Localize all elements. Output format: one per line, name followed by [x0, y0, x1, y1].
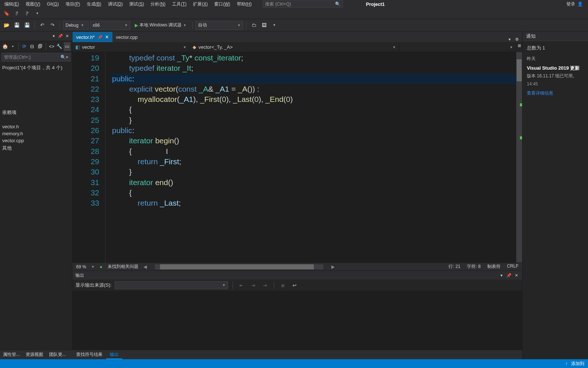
- auto-dropdown[interactable]: 自动▼: [196, 21, 243, 30]
- pin-icon[interactable]: 📌: [98, 35, 102, 39]
- solution-toolbar: 🏠 ▾ ⟳ ⊟ 🗐 <> 🔧 ▭: [0, 41, 72, 52]
- redo-icon[interactable]: ↷: [48, 21, 57, 30]
- tab-bar: vector.h* 📌 ✕ vector.cpp ▾ ⚙: [72, 32, 522, 43]
- menu-h[interactable]: 帮助(H): [234, 0, 255, 8]
- editor-status-bar: 69 % ▼ ● 未找到相关问题 ◀ ▶ 行: 21 字符: 8 制表符 CRL…: [72, 262, 522, 271]
- menu-x[interactable]: 扩展(X): [190, 0, 211, 8]
- start-debug-button[interactable]: ▶ 本地 Windows 调试器 ▼: [132, 21, 189, 30]
- main-toolbar: 📂 💾 💾 ↶ ↷ Debug▼ x86▼ ▶ 本地 Windows 调试器 ▼…: [0, 19, 588, 32]
- tab-resource-view[interactable]: 资源视图: [23, 350, 46, 359]
- add-to-text[interactable]: 添加到: [571, 361, 584, 367]
- menu-b[interactable]: 生成(B): [84, 0, 104, 8]
- menu-d[interactable]: 调试(D): [105, 0, 126, 8]
- close-icon[interactable]: ✕: [105, 34, 109, 40]
- clear-icon[interactable]: ≣: [279, 281, 287, 290]
- panel-header: ▾ 📌 ✕: [0, 32, 72, 41]
- save-all-icon[interactable]: 💾: [23, 21, 31, 30]
- chevron-down-icon[interactable]: ▾: [9, 42, 16, 51]
- tree-item[interactable]: 其他: [0, 144, 72, 152]
- horizontal-scrollbar[interactable]: [155, 264, 323, 269]
- wrap-icon[interactable]: ↩: [290, 281, 299, 290]
- tree-category[interactable]: 依赖项: [0, 108, 72, 117]
- comment-icon[interactable]: ⁋: [12, 9, 21, 18]
- login-button[interactable]: 登录 👤: [563, 0, 587, 8]
- tab-vector-cpp[interactable]: vector.cpp: [112, 32, 141, 42]
- notification-details-link[interactable]: 查看详细信息: [527, 90, 584, 96]
- platform-dropdown[interactable]: x86▼: [90, 21, 130, 30]
- menu-g[interactable]: Git(G): [44, 1, 62, 7]
- bookmark-icon[interactable]: 🔖: [2, 9, 11, 18]
- image-icon[interactable]: 🖼: [260, 21, 268, 30]
- tree-item[interactable]: vector.cpp: [0, 137, 72, 144]
- empty-dropdown[interactable]: ▼: [399, 43, 516, 52]
- close-icon[interactable]: ✕: [513, 272, 519, 278]
- notification-title: Visual Studio 2019 更新: [527, 65, 584, 71]
- scroll-thumb[interactable]: [160, 264, 314, 269]
- indent-icon[interactable]: ⇤: [237, 281, 246, 290]
- code-icon[interactable]: <>: [48, 42, 55, 51]
- indent-icon[interactable]: ⇥: [249, 281, 258, 290]
- undo-icon[interactable]: ↶: [38, 21, 46, 30]
- menu-p[interactable]: 项目(P): [63, 0, 83, 8]
- dropdown-icon[interactable]: ▾: [499, 272, 505, 278]
- refresh-icon[interactable]: ⟳: [21, 42, 28, 51]
- collapse-icon[interactable]: ⊟: [29, 42, 36, 51]
- save-icon[interactable]: 💾: [12, 21, 21, 30]
- zoom-level[interactable]: 69 %: [76, 264, 86, 269]
- solution-tree[interactable]: Project1"(4 个项目，共 4 个) 依赖项 vector.hmemor…: [0, 62, 72, 359]
- config-dropdown[interactable]: Debug▼: [63, 21, 89, 30]
- code-editor[interactable]: 192021222324252627282930313233 typedef c…: [72, 52, 522, 262]
- chevron-down-icon[interactable]: ▼: [33, 9, 42, 18]
- notification-time: 14:45: [527, 81, 584, 87]
- notification-desc: 版本 16.11.17 现已可用。: [527, 73, 584, 79]
- pin-icon[interactable]: 📌: [506, 272, 512, 278]
- tab-find-results[interactable]: 查找符号结果: [72, 350, 106, 359]
- chevron-down-icon[interactable]: ▼: [270, 21, 279, 30]
- close-icon[interactable]: ✕: [64, 33, 70, 39]
- solution-root[interactable]: Project1"(4 个项目，共 4 个): [0, 64, 72, 72]
- open-icon[interactable]: 📂: [2, 21, 11, 30]
- pin-icon[interactable]: 📌: [57, 33, 63, 39]
- scroll-thumb[interactable]: [517, 59, 522, 81]
- scope-dropdown[interactable]: ◧ vector ▼: [72, 43, 190, 52]
- notifications-panel: 通知 总数为 1 昨天 Visual Studio 2019 更新 版本 16.…: [522, 32, 588, 359]
- menu-t[interactable]: 工具(T): [169, 0, 189, 8]
- menu-w[interactable]: 窗口(W): [211, 0, 233, 8]
- dropdown-icon[interactable]: ▾: [507, 36, 513, 42]
- upload-icon[interactable]: ↑: [565, 361, 567, 366]
- output-source-dropdown[interactable]: ▼: [115, 281, 228, 289]
- uncomment-icon[interactable]: ⁋: [23, 9, 31, 18]
- menu-n[interactable]: 分析(N): [148, 0, 168, 8]
- tree-item[interactable]: memory.h: [0, 130, 72, 137]
- struct-icon: ◧: [75, 44, 80, 50]
- global-search-input[interactable]: 搜索 (Ctrl+Q) 🔍: [263, 0, 343, 8]
- menu-v[interactable]: 视图(V): [23, 0, 43, 8]
- member-dropdown[interactable]: ◆ vector<_Ty, _A> ▼: [190, 43, 399, 52]
- menu-s[interactable]: 测试(S): [126, 0, 147, 8]
- project-name[interactable]: Project1: [358, 1, 392, 8]
- indent-icon[interactable]: ⇥: [261, 281, 269, 290]
- tab-vector-h[interactable]: vector.h* 📌 ✕: [72, 32, 112, 42]
- preview-icon[interactable]: ▭: [64, 42, 71, 51]
- showall-icon[interactable]: 🗐: [36, 42, 43, 51]
- menu-bar: 编辑(E)视图(V)Git(G)项目(P)生成(B)调试(D)测试(S)分析(N…: [0, 0, 588, 8]
- dropdown-icon[interactable]: ▾: [51, 33, 57, 39]
- menu-e[interactable]: 编辑(E): [1, 0, 22, 8]
- tab-output[interactable]: 输出: [106, 350, 122, 359]
- tab-team[interactable]: 团队资...: [46, 350, 69, 359]
- arrow-left-icon[interactable]: ◀: [144, 264, 147, 269]
- gear-icon[interactable]: ⚙: [514, 36, 520, 42]
- code-content[interactable]: typedef const _Ty* const_iterator; typed…: [111, 52, 516, 262]
- properties-icon[interactable]: 🔧: [56, 42, 63, 51]
- folder-icon[interactable]: 🗀: [249, 21, 258, 30]
- output-content[interactable]: [72, 291, 522, 350]
- home-icon[interactable]: 🏠: [1, 42, 8, 51]
- arrow-right-icon[interactable]: ▶: [331, 264, 335, 269]
- tree-item[interactable]: vector.h: [0, 123, 72, 130]
- issues-text[interactable]: 未找到相关问题: [108, 264, 138, 270]
- split-icon[interactable]: ⊞: [516, 43, 522, 48]
- vertical-scrollbar[interactable]: [516, 52, 522, 262]
- tab-properties[interactable]: 属性管...: [0, 350, 23, 359]
- solution-search-input[interactable]: 管理器(Ctrl+;) 🔍▾: [1, 53, 71, 62]
- fold-column[interactable]: [105, 52, 111, 262]
